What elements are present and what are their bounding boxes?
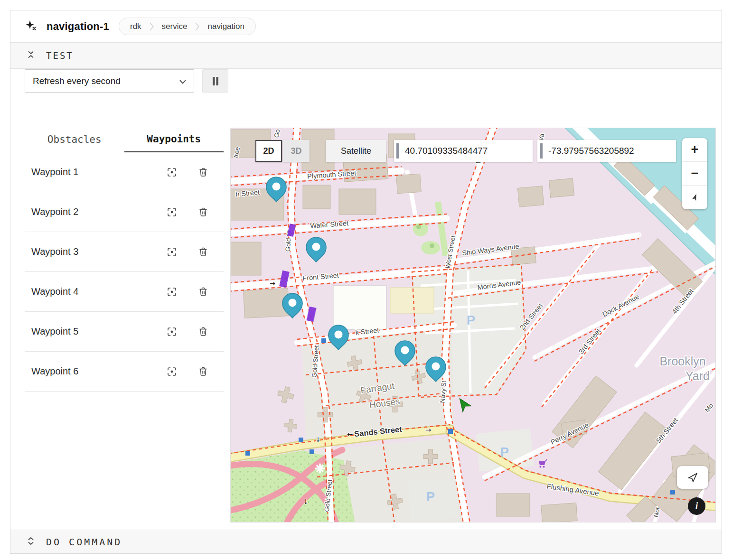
focus-waypoint-button[interactable] — [165, 165, 179, 179]
navigation-card: navigation-1 rdk service navigation TEST… — [10, 10, 722, 554]
waypoint-marker-center — [432, 363, 440, 371]
place-label: Brooklyn — [659, 355, 705, 368]
do-command-label: DO COMMAND — [46, 536, 122, 548]
oneway-arrow: → — [425, 426, 432, 434]
waypoint-label: Waypoint 2 — [31, 206, 165, 217]
tab-waypoints[interactable]: Waypoints — [124, 126, 224, 152]
trash-icon — [197, 326, 209, 337]
breadcrumb-item: navigation — [199, 22, 253, 31]
refresh-controls: Refresh every second — [25, 69, 228, 93]
chevron-right-icon — [195, 22, 199, 31]
oneway-arrow: ↓ — [315, 436, 321, 443]
focus-waypoint-button[interactable] — [165, 364, 179, 379]
focus-icon — [166, 167, 178, 178]
longitude-field — [537, 140, 676, 162]
delete-waypoint-button[interactable] — [196, 285, 210, 299]
waypoint-label: Waypoint 3 — [31, 246, 165, 257]
do-command-section-header[interactable]: DO COMMAND — [10, 530, 722, 553]
waypoint-marker-center — [289, 299, 297, 307]
waypoint-label: Waypoint 5 — [31, 326, 165, 337]
view-2d-button[interactable]: 2D — [255, 140, 282, 162]
location-arrow-icon — [687, 472, 698, 483]
delete-waypoint-button[interactable] — [196, 165, 210, 179]
chevron-right-icon — [150, 22, 154, 31]
refresh-rate-value: Refresh every second — [33, 76, 121, 86]
waypoint-label: Waypoint 1 — [31, 167, 165, 177]
trash-icon — [197, 286, 209, 298]
waypoint-marker-center — [312, 243, 320, 251]
trash-icon — [197, 206, 209, 218]
waypoint-marker-center — [401, 346, 409, 355]
delete-waypoint-button[interactable] — [196, 245, 210, 259]
pause-icon — [211, 76, 220, 86]
focus-icon — [166, 366, 178, 377]
map-view-toggle: 2D 3D — [255, 140, 310, 162]
waypoint-row: Waypoint 2 — [25, 192, 224, 232]
compass-button[interactable] — [682, 186, 707, 209]
longitude-input[interactable] — [543, 145, 676, 157]
waypoint-label: Waypoint 6 — [31, 366, 165, 377]
trash-icon — [197, 366, 209, 377]
panel-tabs: Obstacles Waypoints — [25, 126, 224, 152]
waypoint-label: Waypoint 4 — [31, 286, 165, 297]
waypoint-row: Waypoint 6 — [25, 352, 224, 392]
interchange-star-icon — [316, 464, 324, 473]
waypoint-row: Waypoint 5 — [25, 312, 224, 352]
view-3d-button[interactable]: 3D — [283, 140, 310, 162]
waypoints-panel: Obstacles Waypoints Waypoint 1 Waypoint … — [25, 126, 224, 392]
page-title: navigation-1 — [47, 20, 109, 33]
place-label: Yard — [685, 369, 710, 383]
focus-icon — [166, 286, 178, 298]
trash-icon — [197, 246, 209, 258]
delete-waypoint-button[interactable] — [196, 205, 210, 219]
pause-button[interactable] — [202, 69, 228, 93]
parking-label: P — [500, 445, 509, 459]
map-attribution-button[interactable]: i — [688, 497, 705, 515]
focus-waypoint-button[interactable] — [165, 205, 179, 219]
collapse-icon — [26, 50, 36, 61]
refresh-rate-select[interactable]: Refresh every second — [25, 69, 194, 93]
map-container: Plymouth Street Water Street Front Stree… — [230, 128, 716, 523]
focus-waypoint-button[interactable] — [165, 325, 179, 339]
oneway-arrow: ↓ — [303, 498, 309, 505]
satellite-toggle-button[interactable]: Satellite — [326, 140, 386, 162]
focus-waypoint-button[interactable] — [165, 285, 179, 299]
test-section-header[interactable]: TEST — [10, 42, 722, 69]
map-canvas[interactable]: Plymouth Street Water Street Front Stree… — [231, 128, 716, 523]
focus-icon — [166, 326, 178, 337]
focus-waypoint-button[interactable] — [165, 245, 179, 259]
oneway-arrow: ← — [347, 430, 353, 439]
breadcrumb: rdk service navigation — [119, 18, 256, 35]
trash-icon — [197, 167, 209, 178]
delete-waypoint-button[interactable] — [196, 325, 210, 339]
chevron-down-icon — [179, 76, 186, 86]
waypoint-marker-center — [335, 331, 343, 339]
focus-icon — [166, 206, 178, 218]
latitude-field — [394, 140, 533, 162]
waypoint-row: Waypoint 1 — [25, 152, 224, 192]
header: navigation-1 rdk service navigation — [10, 10, 722, 42]
zoom-out-button[interactable]: − — [682, 162, 707, 186]
large-building — [333, 286, 386, 329]
latitude-input[interactable] — [399, 145, 533, 157]
waypoint-row: Waypoint 3 — [25, 232, 224, 272]
waypoint-row: Waypoint 4 — [25, 272, 224, 312]
street-label: Go — [273, 129, 282, 138]
oneway-arrow: → — [270, 280, 275, 287]
parking-label: P — [467, 313, 475, 327]
yellow-block — [390, 288, 434, 313]
center-on-robot-button[interactable] — [677, 466, 708, 489]
tab-obstacles[interactable]: Obstacles — [25, 126, 124, 152]
service-sparkle-icon — [25, 19, 37, 34]
focus-icon — [166, 246, 178, 258]
parking-label: P — [426, 490, 435, 504]
zoom-in-button[interactable]: + — [682, 138, 707, 162]
breadcrumb-item: service — [154, 22, 196, 31]
compass-needle-icon — [690, 193, 700, 202]
expand-icon — [26, 536, 36, 548]
map-zoom-controls: + − — [682, 138, 707, 209]
breadcrumb-item: rdk — [122, 22, 150, 31]
test-section-label: TEST — [46, 50, 74, 61]
delete-waypoint-button[interactable] — [196, 364, 210, 379]
waypoint-marker-center — [272, 183, 281, 191]
